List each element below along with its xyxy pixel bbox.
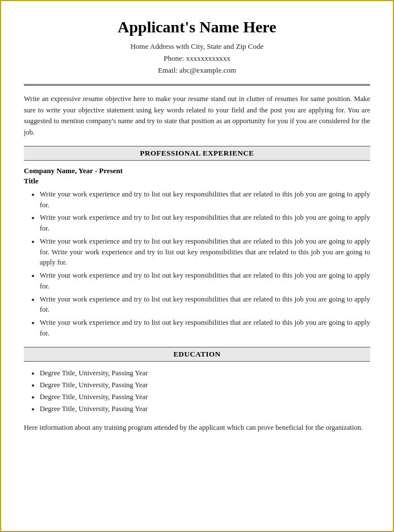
experience-item: Write your work experience and try to li… <box>40 212 370 234</box>
company-name: Company Name, Year - Present <box>24 166 370 175</box>
experience-item: Write your work experience and try to li… <box>40 270 370 292</box>
applicant-name: Applicant's Name Here <box>24 18 370 36</box>
education-section: Degree Title, University, Passing Year D… <box>24 367 370 433</box>
education-item: Degree Title, University, Passing Year <box>40 391 370 403</box>
header-divider <box>24 84 370 86</box>
resume-header: Applicant's Name Here Home Address with … <box>24 18 370 76</box>
experience-section-header: PROFESSIONAL EXPERIENCE <box>24 146 370 161</box>
contact-info: Home Address with City, State and Zip Co… <box>24 41 370 76</box>
experience-item: Write your work experience and try to li… <box>40 236 370 268</box>
education-item: Degree Title, University, Passing Year <box>40 367 370 379</box>
education-item: Degree Title, University, Passing Year <box>40 403 370 415</box>
education-section-header: EDUCATION <box>24 347 370 362</box>
education-item: Degree Title, University, Passing Year <box>40 379 370 391</box>
address-line: Home Address with City, State and Zip Co… <box>24 41 370 53</box>
resume-page: Applicant's Name Here Home Address with … <box>0 0 394 532</box>
objective-section: Write an expressive resume objective her… <box>24 94 370 138</box>
experience-item: Write your work experience and try to li… <box>40 317 370 339</box>
training-info: Here information about any training prog… <box>24 422 370 433</box>
experience-list: Write your work experience and try to li… <box>24 189 370 339</box>
email-line: Email: abc@example.com <box>24 65 370 77</box>
objective-text: Write an expressive resume objective her… <box>24 95 370 136</box>
job-title: Title <box>24 177 370 186</box>
experience-item: Write your work experience and try to li… <box>40 189 370 211</box>
phone-line: Phone: xxxxxxxxxxxx <box>24 53 370 65</box>
experience-item: Write your work experience and try to li… <box>40 294 370 316</box>
education-list: Degree Title, University, Passing Year D… <box>24 367 370 416</box>
